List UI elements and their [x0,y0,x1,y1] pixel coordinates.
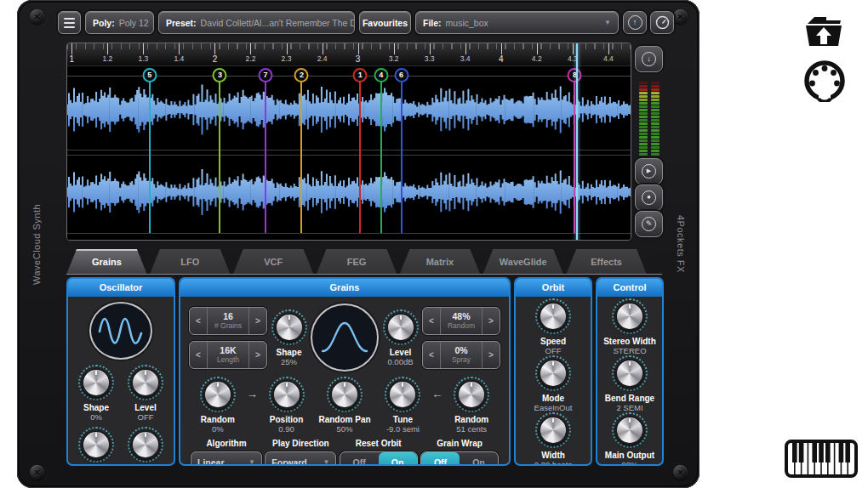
meter-led [639,85,648,88]
shape-knob[interactable] [82,368,111,397]
tab-matrix[interactable]: Matrix [399,249,480,275]
tab-effects[interactable]: Effects [566,249,647,275]
knob-value: 0% [212,424,224,434]
tune-knob-group: Tune-9.0 semi [385,377,420,434]
random-knob[interactable] [457,380,486,409]
speed-knob[interactable] [539,302,568,331]
poly-label: Poly: [93,18,115,28]
midi-settings-button[interactable] [803,60,846,105]
tab-vcf[interactable]: VCF [233,249,314,275]
marker-3[interactable]: 3 [213,68,227,82]
stepper-increment-button[interactable]: > [249,342,266,368]
meter-led [651,153,660,156]
stepper-value-display[interactable]: 48%Random [440,308,483,334]
reset-orbit-on-option[interactable]: On [379,452,417,466]
marker-2[interactable]: 2 [294,68,309,82]
waveform-area[interactable]: 53721468 [67,66,631,241]
level-knob[interactable] [386,313,415,342]
marker-line [265,82,266,233]
stepper-decrement-button[interactable]: < [190,342,207,368]
download-button[interactable]: ↓ [635,46,663,72]
grain-envelope-scope[interactable] [311,304,379,372]
stepper-decrement-button[interactable]: < [423,308,440,334]
marker-line [219,82,220,233]
random-knob[interactable] [203,380,232,409]
edit-button[interactable]: ✎ [635,211,663,237]
width-knob[interactable] [539,416,568,445]
main-output-knob-group: Main Output90% [605,412,654,466]
tune-knob[interactable] [388,380,417,409]
playhead[interactable] [576,43,578,241]
meter-led [639,126,648,128]
stepper-decrement-button[interactable]: < [190,308,207,334]
stepper-increment-button[interactable]: > [483,342,500,368]
stepper-value-display[interactable]: 16KLength [207,342,249,368]
ruler-major-tick [394,43,395,54]
meter-column [639,82,648,156]
level-knob[interactable] [131,368,160,397]
ruler-label: 3 [356,54,361,64]
tab-label: FEG [347,257,367,267]
show-keyboard-button[interactable] [785,440,858,481]
play-direction-dropdown[interactable]: Forward▼ [265,451,336,466]
random-knob-group: Random0% [200,377,236,434]
poly-button[interactable]: Poly: Poly 12 [85,11,154,34]
shape-knob[interactable] [275,313,304,342]
bend-range-knob[interactable] [615,359,644,388]
stepper-value: 16K [220,345,236,355]
marker-4[interactable]: 4 [374,68,388,82]
upload-button[interactable]: ↑ [623,11,647,34]
preset-button[interactable]: Preset: David Collett/Al...an't Remember… [158,11,355,34]
stepper-increment-button[interactable]: > [483,308,500,334]
file-button[interactable]: File: music_box ▼ [415,11,619,34]
stepper-decrement-button[interactable]: < [423,342,440,368]
algorithm-dropdown[interactable]: Linear▼ [191,451,262,466]
meter-led [651,102,660,105]
selector-label: Reset Orbit [356,439,402,448]
knob-ring [535,298,571,334]
knob-ring [385,377,420,412]
knob-ring [128,427,163,462]
grain-wrap-off-option[interactable]: Off [421,452,460,466]
reset-orbit-off-option[interactable]: Off [340,452,379,466]
random-pan-knob[interactable] [330,380,359,409]
marker-6[interactable]: 6 [394,68,408,82]
grain-wrap-toggle: OffOn [420,451,499,466]
ruler-label: 2 [213,54,218,64]
ruler-major-tick [465,43,466,54]
marker-7[interactable]: 7 [259,68,273,82]
marker-1[interactable]: 1 [353,68,368,82]
tab-lfo[interactable]: LFO [150,249,231,275]
stereo-width-knob[interactable] [615,302,644,331]
spray-stepper: <0%Spray> [422,341,500,369]
tab-waveglide[interactable]: WaveGlide [483,249,563,275]
timeline-ruler[interactable]: 11.21.31.422.22.32.433.23.33.444.24.34.4 [67,43,631,66]
file-label: File: [423,18,442,28]
oscillator-scope[interactable] [89,302,152,360]
meter-led [639,119,648,122]
grain-wrap-on-option[interactable]: On [460,452,498,466]
ruler-major-tick [287,43,288,54]
pw-knob[interactable] [82,430,111,459]
gauge-button[interactable] [650,11,674,34]
main-output-knob[interactable] [615,416,644,445]
favourites-button[interactable]: Favourites [359,11,411,34]
marker-5[interactable]: 5 [142,68,157,82]
tab-feg[interactable]: FEG [317,249,397,275]
knob-ring [612,412,648,448]
play-button[interactable]: ▶ [635,158,663,184]
folder-open-button[interactable] [803,12,844,51]
stepper-value-display[interactable]: 0%Spray [440,342,483,368]
ruler-label: 4.4 [603,54,614,63]
position-knob[interactable] [272,380,301,409]
marker-8[interactable]: 8 [568,68,582,82]
stepper-increment-button[interactable]: > [249,308,266,334]
tab-grains[interactable]: Grains [66,249,147,275]
record-button[interactable]: ● [635,184,663,211]
marker-line [149,82,151,233]
menu-button[interactable] [58,11,81,34]
mode-knob[interactable] [539,359,568,388]
length-stepper: <16KLength> [189,341,267,369]
tune-knob[interactable] [131,430,160,459]
stepper-value-display[interactable]: 16# Grains [207,308,249,334]
